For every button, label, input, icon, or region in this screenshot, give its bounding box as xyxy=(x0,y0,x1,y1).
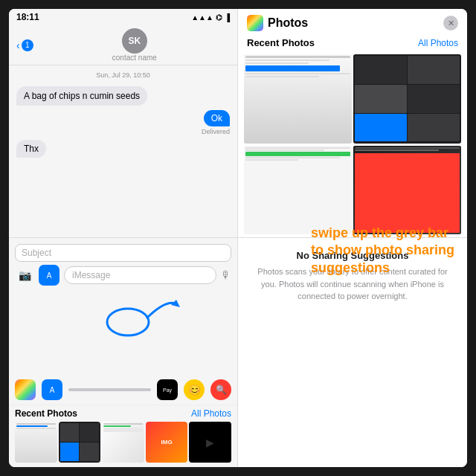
imessage-placeholder: iMessage xyxy=(72,270,110,280)
search-icon[interactable]: 🔍 xyxy=(210,379,231,400)
photos-app-icon xyxy=(247,15,263,31)
message-bubble-incoming: A bag of chips n cumin seeds xyxy=(16,86,147,106)
grey-swipe-pill[interactable] xyxy=(68,388,151,391)
imessage-input-row: 📷 A iMessage 🎙 xyxy=(15,265,231,286)
photo-thumb-3[interactable] xyxy=(244,146,352,235)
close-button[interactable]: ✕ xyxy=(443,16,458,30)
subject-placeholder: Subject xyxy=(22,248,51,258)
photo-strip-thumb-5[interactable]: ▶ xyxy=(189,422,231,463)
status-icons: ▲▲▲ ⌬ ▐ xyxy=(191,13,230,22)
photo-strip-thumb-3[interactable] xyxy=(102,422,144,463)
appstore-icon-label: A xyxy=(47,271,52,280)
photos-header: Photos ✕ xyxy=(238,9,467,34)
imessage-panel-top: 18:11 ▲▲▲ ⌬ ▐ ‹ 1 SK contact name Sun, J… xyxy=(9,9,238,238)
subject-input[interactable]: Subject xyxy=(15,244,231,262)
message-bubble-outgoing: Ok xyxy=(204,110,230,126)
app-row: A Pay 😊 🔍 xyxy=(9,375,237,405)
main-container: 18:11 ▲▲▲ ⌬ ▐ ‹ 1 SK contact name Sun, J… xyxy=(9,9,467,467)
appstore-icon[interactable]: A xyxy=(39,265,60,286)
photo-strip: IMG ▶ xyxy=(9,422,237,467)
photo-strip-thumb-4[interactable]: IMG xyxy=(146,422,188,463)
delivered-label: Delivered xyxy=(202,128,230,135)
svg-point-0 xyxy=(107,309,149,335)
memoji-icon[interactable]: 😊 xyxy=(184,379,205,400)
app-store-icon[interactable]: A xyxy=(42,379,62,400)
contact-name: contact name xyxy=(112,54,157,62)
camera-icon[interactable]: 📷 xyxy=(15,266,34,285)
photos-title: Photos xyxy=(268,16,308,30)
nav-bar: ‹ 1 SK contact name xyxy=(9,25,237,65)
photo-thumb-2[interactable] xyxy=(353,54,461,144)
all-photos-link[interactable]: All Photos xyxy=(418,38,458,48)
wifi-icon: ⌬ xyxy=(216,13,222,22)
photos-icon[interactable] xyxy=(15,379,36,400)
signal-icon: ▲▲▲ xyxy=(191,13,213,22)
message-bubble-outgoing-wrap: Ok Delivered xyxy=(16,110,230,135)
photo-thumb-1[interactable] xyxy=(244,54,352,144)
avatar: SK xyxy=(122,28,147,54)
photo-thumb-4[interactable] xyxy=(353,146,461,235)
recent-photos-label-bottom: Recent Photos xyxy=(15,408,77,419)
instruction-overlay: swipe up the grey bar to show photo shar… xyxy=(311,225,460,277)
battery-icon: ▐ xyxy=(225,13,230,22)
date-label: Sun, Jul 29, 10:50 xyxy=(16,71,230,79)
message-area: Sun, Jul 29, 10:50 A bag of chips n cumi… xyxy=(9,65,237,237)
recent-photos-label: Recent Photos xyxy=(247,37,315,48)
all-photos-link-bottom[interactable]: All Photos xyxy=(191,408,231,419)
instruction-text: swipe up the grey bar to show photo shar… xyxy=(311,225,460,277)
imessage-input[interactable]: iMessage xyxy=(64,266,216,284)
back-button[interactable]: ‹ 1 xyxy=(16,39,33,51)
blue-arrow xyxy=(106,292,180,352)
photos-row-1 xyxy=(244,54,461,144)
status-time: 18:11 xyxy=(16,12,39,22)
photos-panel-top: Photos ✕ Recent Photos All Photos xyxy=(238,9,467,238)
chevron-left-icon: ‹ xyxy=(16,39,20,51)
status-bar: 18:11 ▲▲▲ ⌬ ▐ xyxy=(9,9,237,25)
recent-header-row: Recent Photos All Photos xyxy=(238,34,467,51)
apple-pay-icon[interactable]: Pay xyxy=(157,379,178,400)
photos-grid xyxy=(238,51,467,237)
badge: 1 xyxy=(22,39,33,51)
message-bubble-thx: Thx xyxy=(16,140,46,158)
imessage-panel-bottom: Subject 📷 A iMessage 🎙 A Pay 😊 🔍 xyxy=(9,238,238,467)
photos-row-2 xyxy=(244,146,461,235)
recent-photos-row: Recent Photos All Photos xyxy=(9,405,237,422)
photo-strip-thumb-1[interactable] xyxy=(15,422,57,463)
mic-icon[interactable]: 🎙 xyxy=(221,269,231,281)
photos-title-row: Photos xyxy=(247,15,308,31)
photo-strip-thumb-2[interactable] xyxy=(59,422,101,463)
